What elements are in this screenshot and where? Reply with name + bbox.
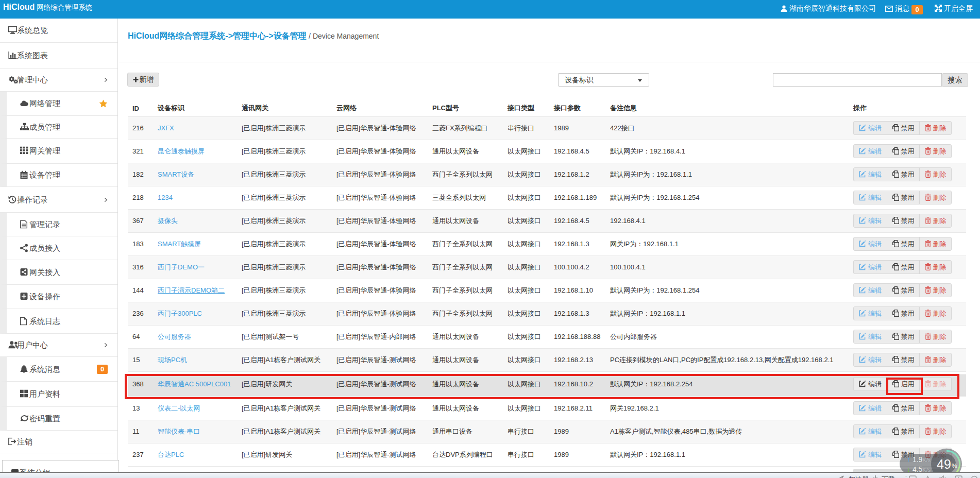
- svg-text:49: 49: [937, 457, 951, 471]
- svg-text:%: %: [952, 463, 957, 470]
